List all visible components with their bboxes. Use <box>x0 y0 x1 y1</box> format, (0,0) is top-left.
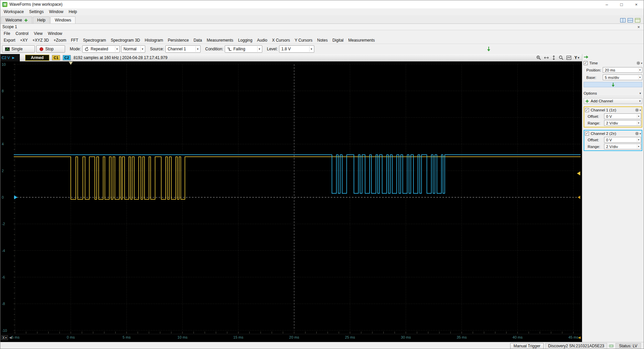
scope-menu-item[interactable]: Control <box>13 31 31 37</box>
x-axis-right-marker-icon: ◀ <box>578 336 581 339</box>
stop-button-label: Stop <box>45 47 54 51</box>
scroll-left-icon[interactable]: ◀ <box>9 336 12 339</box>
vertical-axis-label: C2 V <box>2 56 10 60</box>
manual-trigger-button[interactable]: Manual Trigger <box>510 343 544 349</box>
gear-icon[interactable] <box>635 108 639 112</box>
single-button[interactable]: Single <box>2 45 35 53</box>
scope-toolbar-item[interactable]: Data <box>192 38 204 43</box>
scope-toolbar-item[interactable]: +XY <box>18 38 30 43</box>
time-checkbox[interactable]: ✓ <box>584 61 588 65</box>
options-label: Options <box>584 91 597 95</box>
condition-label: Condition: <box>205 47 223 51</box>
scope-menu-item[interactable]: View <box>31 31 45 37</box>
stop-icon <box>39 47 44 51</box>
y-tick-label: 6 <box>2 115 4 120</box>
source-label: Source: <box>150 47 164 51</box>
scope-toolbar-item[interactable]: Persistence <box>166 38 191 43</box>
gear-icon[interactable] <box>636 61 640 65</box>
scope-toolbar-item[interactable]: +Zoom <box>52 38 68 43</box>
layout-rows-icon[interactable] <box>628 18 633 22</box>
scope-main-area: C2 V ▶ Armed C1 C2 8192 samples at 160 k… <box>0 54 644 342</box>
time-position-slider[interactable] <box>584 82 642 87</box>
scope-toolbar-item[interactable]: Histogram <box>143 38 165 43</box>
scope-toolbar-item[interactable]: Digital <box>330 38 345 43</box>
scope-toolbar-item[interactable]: Notes <box>315 38 330 43</box>
options-section-header[interactable]: Options ▾ <box>584 90 642 96</box>
maximize-button[interactable]: □ <box>614 0 629 8</box>
waveform-plot-canvas[interactable] <box>14 61 581 334</box>
time-section-header: ✓ Time ▾ <box>584 60 642 66</box>
expand-axis-icon[interactable]: ▶ <box>12 56 14 59</box>
channel-1-checkbox[interactable]: ✓ <box>585 108 589 112</box>
repeated-mode-icon <box>85 47 89 51</box>
menu-item[interactable]: Window <box>46 9 66 15</box>
tab-windows[interactable]: Windows <box>50 16 75 23</box>
scope-toolbar-item[interactable]: +XYZ 3D <box>31 38 51 43</box>
time-position-select[interactable]: 20 ms ▾ <box>603 67 642 73</box>
close-button[interactable]: × <box>629 0 644 8</box>
application-window: W WaveForms (new workspace) – □ × Worksp… <box>0 0 644 349</box>
y-tick-label: 8 <box>2 89 4 93</box>
trigger-condition-select[interactable]: Falling ▾ <box>225 45 262 53</box>
zoom-in-icon[interactable] <box>536 55 541 60</box>
scope-toolbar-item[interactable]: Measurements <box>346 38 377 43</box>
plot-options-icon[interactable] <box>567 56 571 60</box>
chevron-down-icon: ▾ <box>115 46 119 52</box>
scope-toolbar-item[interactable]: Measurements <box>205 38 235 43</box>
scope-toolbar-item[interactable]: X Cursors <box>270 38 292 43</box>
channel-1-range-value: 2 V/div <box>606 121 618 125</box>
layout-columns-icon[interactable] <box>620 18 626 22</box>
fit-width-icon[interactable] <box>544 56 549 60</box>
channel-2-offset-label: Offset: <box>588 138 603 142</box>
menu-item[interactable]: Help <box>66 9 80 15</box>
channel-1-range-select[interactable]: 2 V/div ▾ <box>604 120 641 126</box>
trigger-source-select[interactable]: Channel 1 ▾ <box>165 45 201 53</box>
magnifier-icon[interactable] <box>559 55 564 60</box>
gear-icon[interactable] <box>635 132 639 136</box>
x-axis-menu[interactable]: X ▾ <box>1 335 8 340</box>
time-base-select[interactable]: 5 ms/div ▾ <box>603 74 642 80</box>
scope-toolbar-item[interactable]: Export <box>2 38 17 43</box>
app-logo-icon: W <box>2 2 7 7</box>
channel-2-offset-select[interactable]: 0 V ▾ <box>604 137 641 143</box>
chevron-down-icon: ▾ <box>637 114 640 118</box>
channel-1-offset-select[interactable]: 0 V ▾ <box>604 113 641 119</box>
y-axis-menu[interactable]: Y ▾ <box>574 55 579 60</box>
menu-item[interactable]: Workspace <box>1 9 26 15</box>
scope-toolbar-item[interactable]: Logging <box>236 38 255 43</box>
scope-toolbar-item[interactable]: Spectrogram <box>81 38 108 43</box>
x-tick-label: 5 ms <box>123 335 131 339</box>
scope-toolbar-item[interactable]: Audio <box>255 38 269 43</box>
channel-2-section: ✓ Channel 2 (2±) <box>584 130 642 151</box>
add-channel-button[interactable]: Add Channel ▾ <box>584 98 642 104</box>
vertical-axis-corner: C2 V ▶ <box>0 54 20 61</box>
scope-menu-item[interactable]: File <box>1 31 13 37</box>
scope-menu-item[interactable]: Window <box>45 31 65 37</box>
tab-welcome[interactable]: Welcome <box>1 16 32 23</box>
chevron-down-icon: ▾ <box>638 68 641 72</box>
scope-close-button[interactable]: × <box>636 24 642 30</box>
mode2-select[interactable]: Normal ▾ <box>121 45 145 53</box>
scope-title: Scope 1 <box>2 24 17 29</box>
channel-2-offset-value: 0 V <box>606 138 612 142</box>
layout-settings-icon[interactable] <box>635 18 640 22</box>
channel-1-section: ✓ Channel 1 (1±) <box>584 106 642 128</box>
trigger-position-arrow-icon[interactable] <box>487 46 491 52</box>
scope-toolbar-item[interactable]: Y Cursors <box>292 38 314 43</box>
tab-help[interactable]: Help <box>33 16 50 23</box>
trigger-level-select[interactable]: 1.8 V ▾ <box>279 45 314 53</box>
scope-toolbar-item[interactable]: Spectrogram 3D <box>109 38 142 43</box>
status-indicator: Status: LV <box>615 343 641 349</box>
channel-2-checkbox[interactable]: ✓ <box>585 132 589 136</box>
collapse-panel-arrow-icon[interactable] <box>584 55 589 59</box>
time-position-value: 20 ms <box>605 68 615 72</box>
menu-item[interactable]: Settings <box>26 9 46 15</box>
trigger-source-value: Channel 1 <box>168 47 186 51</box>
scope-toolbar-item[interactable]: FFT <box>69 38 80 43</box>
fit-height-icon[interactable] <box>552 55 556 60</box>
channel-2-range-select[interactable]: 2 V/div ▾ <box>604 144 641 149</box>
mode-select[interactable]: Repeated ▾ <box>82 45 120 53</box>
minimize-button[interactable]: – <box>599 0 614 8</box>
channel-1-range-row: Range: 2 V/div ▾ <box>585 120 641 126</box>
stop-button[interactable]: Stop <box>36 45 65 53</box>
